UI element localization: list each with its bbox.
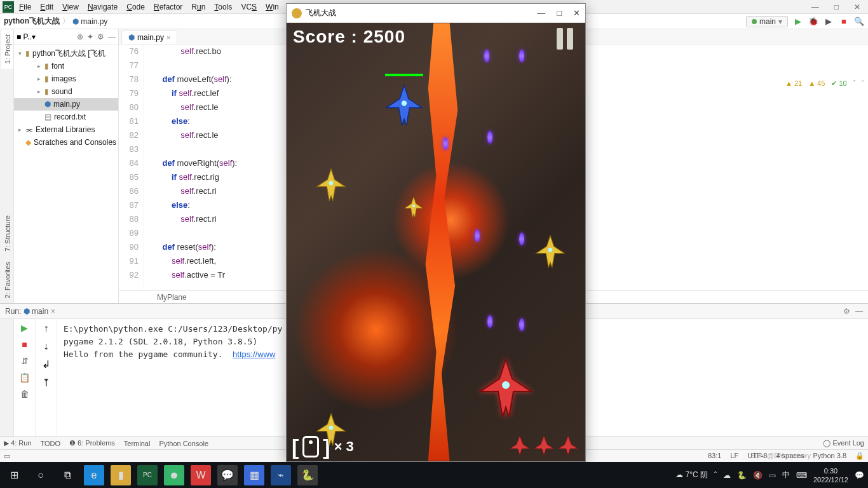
run-settings-icon[interactable]: ⚙ bbox=[843, 307, 850, 316]
pause-button[interactable] bbox=[552, 28, 578, 52]
taskbar-wechat-icon[interactable]: 💬 bbox=[217, 465, 238, 485]
print-icon[interactable]: 📋 bbox=[19, 372, 30, 383]
menu-refactor[interactable]: Refactor bbox=[154, 3, 182, 11]
enemy-ship bbox=[382, 83, 426, 128]
bottom-tab-terminal[interactable]: Terminal bbox=[124, 440, 151, 447]
menu-file[interactable]: File bbox=[19, 3, 31, 11]
up-icon[interactable]: ↑ bbox=[44, 323, 49, 334]
menu-navigate[interactable]: Navigate bbox=[88, 3, 118, 11]
tool-tab-project[interactable]: 1: Project bbox=[1, 29, 13, 69]
svg-point-4 bbox=[329, 426, 334, 430]
menu-window[interactable]: Win bbox=[266, 3, 279, 11]
taskbar-explorer-icon[interactable]: ▮ bbox=[111, 465, 131, 485]
interpreter[interactable]: Python 3.8 bbox=[813, 452, 846, 460]
weather-widget[interactable]: ☁ 7°C 阴 bbox=[675, 470, 708, 480]
life-icon bbox=[509, 435, 531, 456]
enemy-bullet bbox=[519, 233, 524, 245]
game-app-icon bbox=[292, 8, 302, 18]
inspection-widget[interactable]: ▲ 21 ▲ 45 ✔ 10 ˆˇ bbox=[785, 76, 864, 90]
close-tab-icon[interactable]: × bbox=[166, 34, 170, 41]
tree-file-main[interactable]: ⬢ main.py bbox=[14, 98, 118, 111]
collapse-icon[interactable]: ⚙ bbox=[97, 32, 104, 41]
system-tray[interactable]: ☁ 7°C 阴 ˆ ☁ 🐍 🔇 ▭ 中 ⌨ 0:302022/12/12 💬 bbox=[675, 466, 864, 484]
tray-python-icon[interactable]: 🐍 bbox=[737, 471, 747, 480]
ide-maximize-icon[interactable]: □ bbox=[834, 3, 839, 11]
tree-file-record[interactable]: ▤ record.txt bbox=[14, 111, 118, 123]
bottom-tab-problems[interactable]: ❶ 6: Problems bbox=[69, 439, 115, 447]
search-everywhere-icon[interactable]: 🔍 bbox=[854, 17, 864, 27]
bottom-tab-todo[interactable]: TODO bbox=[40, 440, 60, 447]
rerun-icon[interactable]: ▶ bbox=[21, 323, 28, 333]
menu-edit[interactable]: Edit bbox=[40, 3, 53, 11]
game-titlebar[interactable]: 飞机大战 — □ ✕ bbox=[287, 4, 585, 23]
coverage-button-icon[interactable]: ▶ bbox=[824, 17, 834, 27]
tool-tab-favorites[interactable]: 2: Favorites bbox=[1, 257, 13, 303]
game-close-icon[interactable]: ✕ bbox=[573, 8, 580, 18]
windows-taskbar[interactable]: ⊞ ○ ⧉ e ▮ PC ☻ W 💬 ▦ ⌁ 🐍 ☁ 7°C 阴 ˆ ☁ 🐍 🔇… bbox=[0, 462, 868, 488]
tray-keyboard-icon[interactable]: ⌨ bbox=[796, 471, 807, 480]
status-square-icon[interactable]: ▭ bbox=[4, 452, 10, 460]
ide-minimize-icon[interactable]: — bbox=[811, 3, 819, 11]
enemy-bullet bbox=[475, 229, 480, 242]
game-canvas[interactable]: Score : 2500 [] ×3 bbox=[287, 23, 585, 461]
hide-icon[interactable]: — bbox=[108, 32, 116, 41]
game-title: 飞机大战 bbox=[306, 8, 336, 18]
taskbar-wps-icon[interactable]: W bbox=[191, 465, 211, 485]
stop-run-icon[interactable]: ■ bbox=[22, 339, 27, 349]
run-controls: ▶ ■ ⇵ 📋 🗑 bbox=[14, 319, 36, 437]
down-icon[interactable]: ↓ bbox=[44, 341, 49, 352]
bottom-tab-run[interactable]: ▶ 4: Run bbox=[4, 439, 31, 447]
watermark: SDN @DY memory bbox=[750, 452, 811, 459]
taskbar-app3-icon[interactable]: ▦ bbox=[244, 465, 264, 485]
tray-battery-icon[interactable]: ▭ bbox=[769, 471, 776, 480]
trash-icon[interactable]: 🗑 bbox=[20, 389, 29, 399]
tray-volume-icon[interactable]: 🔇 bbox=[753, 471, 763, 480]
task-view-icon[interactable]: ⧉ bbox=[57, 465, 78, 485]
project-tree[interactable]: ▾▮ python飞机大战 [飞机 ▸▮ font ▸▮ images ▸▮ s… bbox=[14, 44, 118, 151]
taskbar-app1-icon[interactable]: ☻ bbox=[164, 465, 184, 485]
tray-clock[interactable]: 0:302022/12/12 bbox=[813, 466, 848, 484]
taskbar-edge-icon[interactable]: e bbox=[84, 465, 104, 485]
game-maximize-icon[interactable]: □ bbox=[557, 8, 562, 18]
expand-icon[interactable]: ✦ bbox=[87, 32, 93, 41]
caret-pos[interactable]: 83:1 bbox=[708, 452, 721, 460]
menu-code[interactable]: Code bbox=[126, 3, 145, 11]
line-sep[interactable]: LF bbox=[730, 452, 738, 460]
tray-ime-icon[interactable]: 中 bbox=[782, 470, 790, 480]
menu-vcs[interactable]: VCS bbox=[241, 3, 257, 11]
run-hide-icon[interactable]: — bbox=[855, 307, 863, 316]
run-button-icon[interactable]: ▶ bbox=[793, 17, 803, 27]
enemy-bullet bbox=[519, 318, 524, 331]
stop-button-icon[interactable]: ■ bbox=[839, 17, 849, 27]
tray-onedrive-icon[interactable]: ☁ bbox=[723, 471, 731, 480]
tray-chevron-icon[interactable]: ˆ bbox=[714, 471, 717, 480]
taskbar-python-icon[interactable]: 🐍 bbox=[297, 465, 318, 485]
menu-run[interactable]: Run bbox=[191, 3, 205, 11]
start-button[interactable]: ⊞ bbox=[4, 465, 24, 485]
scroll-icon[interactable]: ⤒ bbox=[42, 377, 50, 389]
run-config-selector[interactable]: main ▾ bbox=[746, 16, 788, 27]
svg-point-0 bbox=[402, 100, 407, 105]
ide-close-icon[interactable]: ✕ bbox=[854, 3, 860, 11]
taskbar-vscode-icon[interactable]: ⌁ bbox=[271, 465, 291, 485]
cortana-icon[interactable]: ○ bbox=[31, 465, 51, 485]
enemy-ship bbox=[313, 167, 349, 203]
tool-tab-structure[interactable]: 7: Structure bbox=[1, 210, 13, 257]
game-minimize-icon[interactable]: — bbox=[537, 8, 545, 18]
event-log[interactable]: ◯ Event Log bbox=[823, 439, 864, 447]
run-config-name: main bbox=[32, 307, 48, 316]
taskbar-pycharm-icon[interactable]: PC bbox=[137, 465, 158, 485]
nav-file[interactable]: main.py bbox=[81, 17, 107, 26]
locate-icon[interactable]: ⊕ bbox=[77, 32, 83, 41]
svg-point-3 bbox=[548, 248, 553, 252]
editor-tab-main[interactable]: ⬢main.py × bbox=[121, 30, 177, 44]
toggle-icon[interactable]: ⇵ bbox=[21, 356, 29, 366]
lock-icon[interactable]: 🔒 bbox=[855, 452, 864, 460]
menu-tools[interactable]: Tools bbox=[214, 3, 232, 11]
tray-notifications-icon[interactable]: 💬 bbox=[855, 471, 864, 480]
debug-button-icon[interactable]: 🐞 bbox=[808, 17, 818, 27]
nav-project[interactable]: python飞机大战 bbox=[4, 16, 60, 27]
menu-view[interactable]: View bbox=[62, 3, 79, 11]
bottom-tab-pyconsole[interactable]: Python Console bbox=[159, 440, 208, 447]
wrap-icon[interactable]: ↲ bbox=[42, 358, 50, 370]
